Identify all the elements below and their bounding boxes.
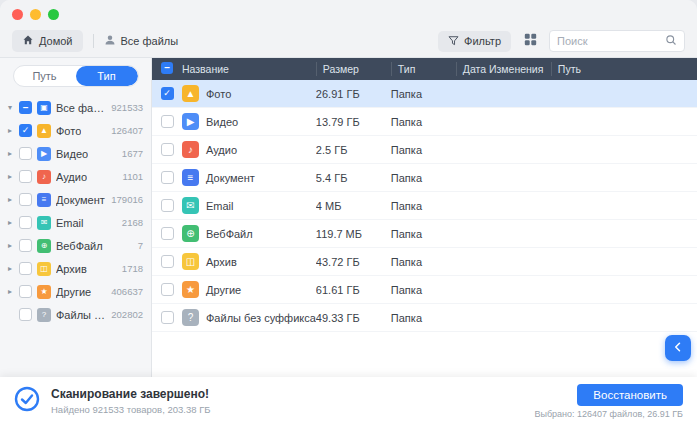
collapse-panel-button[interactable] — [665, 335, 691, 361]
filter-button-label: Фильтр — [464, 35, 501, 47]
row-name: ВебФайл — [206, 228, 253, 240]
table-row-video[interactable]: ▶ Видео 13.79 ГБ Папка — [152, 108, 697, 136]
row-checkbox[interactable] — [161, 227, 174, 240]
audio-checkbox[interactable] — [19, 170, 32, 183]
photo-checkbox[interactable] — [19, 124, 32, 137]
item-count: 1677 — [118, 148, 143, 159]
row-name: Файлы без суффикса — [206, 312, 316, 324]
table-row-photo[interactable]: ▲ Фото 26.91 ГБ Папка — [152, 80, 697, 108]
scan-status: Сканирование завершено! Найдено 921533 т… — [14, 386, 211, 416]
sidebar-item-no-suffix[interactable]: ? Файлы без... 202802 — [5, 303, 146, 326]
row-checkbox[interactable] — [161, 283, 174, 296]
disclosure-right-icon[interactable]: ▸ — [8, 287, 19, 296]
scan-complete-icon — [14, 386, 40, 416]
row-checkbox[interactable] — [161, 87, 174, 100]
grid-view-icon — [524, 33, 537, 49]
sidebar-item-photo[interactable]: ▸ ▲ Фото 126407 — [5, 119, 146, 142]
item-label: ВебФайл — [56, 240, 103, 252]
sidebar-item-audio[interactable]: ▸ ♪ Аудио 1101 — [5, 165, 146, 188]
item-count: 7 — [134, 240, 143, 251]
toolbar: Домой Все файлы Фильтр — [12, 29, 685, 53]
search-input[interactable] — [557, 35, 661, 47]
disclosure-right-icon[interactable]: ▸ — [8, 264, 19, 273]
webfile-icon: ⊕ — [37, 239, 51, 253]
disclosure-right-icon[interactable]: ▸ — [8, 149, 19, 158]
disclosure-right-icon[interactable]: ▸ — [8, 218, 19, 227]
row-checkbox[interactable] — [161, 143, 174, 156]
sidebar-item-other[interactable]: ▸ ★ Другие 406637 — [5, 280, 146, 303]
recover-button[interactable]: Восстановить — [577, 384, 683, 406]
table-row-archive[interactable]: ◫ Архив 43.72 ГБ Папка — [152, 248, 697, 276]
app-window: Домой Все файлы Фильтр — [0, 0, 697, 425]
item-label: Аудио — [56, 171, 87, 183]
table-row-document[interactable]: ≡ Документ 5.4 ГБ Папка — [152, 164, 697, 192]
user-icon — [104, 34, 116, 48]
row-checkbox[interactable] — [161, 171, 174, 184]
traffic-lights — [12, 9, 59, 20]
disclosure-right-icon[interactable]: ▸ — [8, 126, 19, 135]
item-count: 179016 — [107, 194, 143, 205]
video-icon: ▶ — [182, 113, 199, 130]
item-count: 2168 — [118, 217, 143, 228]
disclosure-right-icon[interactable]: ▸ — [8, 172, 19, 181]
unknown-file-icon: ? — [37, 308, 51, 322]
document-icon: ≡ — [182, 169, 199, 186]
tab-path[interactable]: Путь — [14, 66, 76, 86]
disclosure-down-icon[interactable]: ▾ — [8, 103, 19, 112]
document-checkbox[interactable] — [19, 193, 32, 206]
archive-icon: ◫ — [182, 253, 199, 270]
email-checkbox[interactable] — [19, 216, 32, 229]
column-header-type[interactable]: Тип — [391, 62, 456, 76]
tab-type[interactable]: Тип — [76, 66, 138, 86]
sidebar-item-all-files[interactable]: ▾ ▣ Все файлы 921533 — [5, 96, 146, 119]
row-type: Папка — [391, 88, 456, 100]
sidebar-item-archive[interactable]: ▸ ◫ Архив 1718 — [5, 257, 146, 280]
disclosure-right-icon[interactable]: ▸ — [8, 241, 19, 250]
view-switcher-button[interactable] — [520, 31, 540, 51]
archive-checkbox[interactable] — [19, 262, 32, 275]
row-type: Папка — [391, 312, 456, 324]
row-name: Email — [206, 200, 234, 212]
column-header-path[interactable]: Путь — [551, 62, 697, 76]
other-icon: ★ — [182, 281, 199, 298]
video-checkbox[interactable] — [19, 147, 32, 160]
sidebar: Путь Тип ▾ ▣ Все файлы 921533 ▸ ▲ Фото 1… — [0, 58, 152, 377]
other-checkbox[interactable] — [19, 285, 32, 298]
row-checkbox[interactable] — [161, 115, 174, 128]
table-row-audio[interactable]: ♪ Аудио 2.5 ГБ Папка — [152, 136, 697, 164]
column-header-date[interactable]: Дата Изменения — [456, 62, 551, 76]
column-header-size[interactable]: Размер — [316, 62, 391, 76]
table-row-other[interactable]: ★ Другие 61.61 ГБ Папка — [152, 276, 697, 304]
row-checkbox[interactable] — [161, 199, 174, 212]
all-files-checkbox[interactable] — [19, 101, 32, 114]
status-bar: Сканирование завершено! Найдено 921533 т… — [0, 377, 697, 425]
table-row-no-suffix[interactable]: ? Файлы без суффикса 49.33 ГБ Папка — [152, 304, 697, 332]
sidebar-item-document[interactable]: ▸ ≡ Документ 179016 — [5, 188, 146, 211]
zoom-button[interactable] — [48, 9, 59, 20]
disclosure-right-icon[interactable]: ▸ — [8, 195, 19, 204]
minimize-button[interactable] — [30, 9, 41, 20]
item-label: Другие — [56, 286, 91, 298]
sidebar-item-webfile[interactable]: ▸ ⊕ ВебФайл 7 — [5, 234, 146, 257]
row-size: 2.5 ГБ — [316, 144, 391, 156]
search-box[interactable] — [549, 30, 685, 52]
chevron-left-icon — [672, 341, 684, 356]
home-button[interactable]: Домой — [12, 30, 83, 52]
table-row-email[interactable]: ✉ Email 4 МБ Папка — [152, 192, 697, 220]
select-all-checkbox[interactable] — [161, 62, 173, 74]
sidebar-item-video[interactable]: ▸ ▶ Видео 1677 — [5, 142, 146, 165]
filter-button[interactable]: Фильтр — [438, 31, 511, 52]
row-checkbox[interactable] — [161, 311, 174, 324]
close-button[interactable] — [12, 9, 23, 20]
row-name: Другие — [206, 284, 241, 296]
no-suffix-checkbox[interactable] — [19, 308, 32, 321]
item-count: 921533 — [107, 102, 143, 113]
row-checkbox[interactable] — [161, 255, 174, 268]
sidebar-item-email[interactable]: ▸ ✉ Email 2168 — [5, 211, 146, 234]
webfile-checkbox[interactable] — [19, 239, 32, 252]
item-count: 126407 — [107, 125, 143, 136]
column-header-name[interactable]: Название — [182, 62, 316, 76]
table-header: Название Размер Тип Дата Изменения Путь — [152, 58, 697, 80]
table-row-webfile[interactable]: ⊕ ВебФайл 119.7 МБ Папка — [152, 220, 697, 248]
email-icon: ✉ — [182, 197, 199, 214]
